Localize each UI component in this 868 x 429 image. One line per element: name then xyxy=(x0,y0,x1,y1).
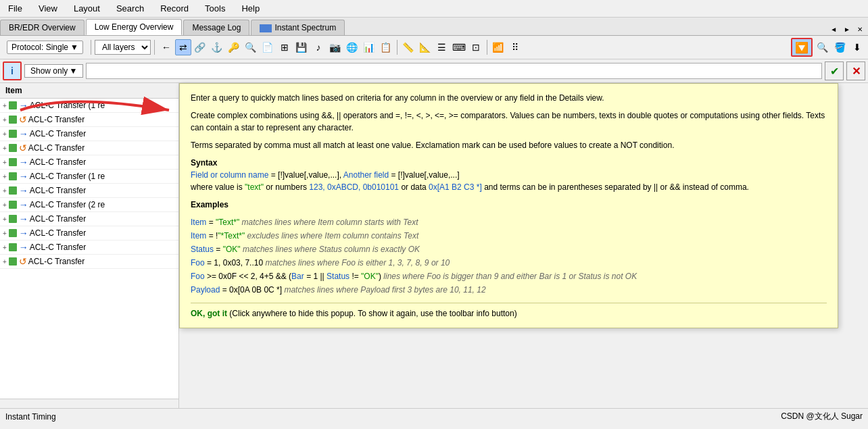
filter-icon-btn[interactable]: 🔽 xyxy=(791,38,813,57)
menu-layout[interactable]: Layout xyxy=(71,2,103,15)
text-val: "text" xyxy=(245,182,264,192)
paint-btn[interactable]: 🪣 xyxy=(831,39,848,55)
protocol-label: Protocol: Single xyxy=(11,43,68,52)
filter-input[interactable] xyxy=(86,63,822,79)
row-text: ACL-C Transfer (1 re xyxy=(30,172,105,181)
list-item[interactable]: + → ACL-C Transfer xyxy=(0,155,178,170)
menu-file[interactable]: File xyxy=(5,2,25,15)
ruler-btn[interactable]: 📏 xyxy=(400,39,416,55)
protocol-dropdown[interactable]: Protocol: Single ▼ xyxy=(7,41,83,54)
examples-block: Examples Item = "Text*" matches lines wh… xyxy=(191,199,827,296)
arrow-icon: → xyxy=(19,171,28,182)
lock-icon xyxy=(9,229,17,237)
ok-got-it-link[interactable]: OK, got it xyxy=(191,309,227,318)
syntax-eq: = [!]value[,value,...], xyxy=(268,170,343,180)
keyboard-btn[interactable]: ⊡ xyxy=(468,39,484,55)
expand-icon: + xyxy=(3,216,7,223)
dots-btn[interactable]: ⠿ xyxy=(507,39,523,55)
tab-next[interactable]: ► xyxy=(841,25,853,34)
layers-select[interactable]: All layers xyxy=(95,40,151,55)
tab-messagelog[interactable]: Message Log xyxy=(183,20,249,35)
tooltip-popup[interactable]: Enter a query to quickly match lines bas… xyxy=(179,83,838,328)
list-header: Item xyxy=(0,83,178,99)
sep3 xyxy=(397,40,397,55)
grid-btn[interactable]: ⊞ xyxy=(276,39,293,55)
tab-bredr[interactable]: BR/EDR Overview xyxy=(0,20,85,35)
expand-icon: + xyxy=(3,201,7,209)
info-button[interactable]: i xyxy=(3,61,22,80)
expand-icon: + xyxy=(3,244,7,251)
link-btn[interactable]: 🔗 xyxy=(192,39,208,55)
examples-header: Examples xyxy=(191,199,827,211)
list-item[interactable]: + → ACL-C Transfer (1 re xyxy=(0,170,178,184)
tooltip-footer[interactable]: OK, got it (Click anywhere to hide this … xyxy=(191,303,827,320)
copy-btn[interactable]: 📋 xyxy=(378,39,394,55)
search-btn[interactable]: 🔍 xyxy=(243,39,259,55)
lock-icon xyxy=(9,116,17,124)
row-text: ACL-C Transfer xyxy=(30,214,86,224)
save-btn[interactable]: 💾 xyxy=(293,39,310,55)
menu-record[interactable]: Record xyxy=(158,2,191,15)
menu-help[interactable]: Help xyxy=(239,2,262,15)
sync-btn[interactable]: ⇄ xyxy=(175,39,191,55)
list-item[interactable]: + ↺ ACL-C Transfer xyxy=(0,141,178,155)
horizontal-scrollbar[interactable] xyxy=(0,399,178,408)
show-only-label: Show only xyxy=(30,66,68,76)
list-item[interactable]: + → ACL-C Transfer xyxy=(0,212,178,226)
syntax-line2: where value is "text" or numbers 123, 0x… xyxy=(191,182,749,192)
download-btn[interactable]: ⬇ xyxy=(849,39,865,55)
row-text: ACL-C Transfer (2 re xyxy=(30,200,105,209)
anchor-btn[interactable]: ⚓ xyxy=(209,39,225,55)
expand-icon: + xyxy=(3,130,7,138)
arrow-icon: ↺ xyxy=(19,114,27,125)
wifi-btn[interactable]: 📶 xyxy=(490,39,506,55)
lock-icon xyxy=(9,144,17,152)
globe-btn[interactable]: 🌐 xyxy=(344,39,360,55)
lock-icon xyxy=(9,172,17,180)
lock-icon xyxy=(9,101,17,109)
key-btn[interactable]: 🔑 xyxy=(226,39,242,55)
back-btn[interactable]: ← xyxy=(158,39,174,55)
chart-btn[interactable]: 📊 xyxy=(361,39,377,55)
protocol-arrow-icon: ▼ xyxy=(70,43,78,52)
tab-prev[interactable]: ◄ xyxy=(827,25,840,34)
lock-icon xyxy=(9,130,17,138)
lock-icon xyxy=(9,158,17,166)
tooltip-syntax: Syntax Field or column name = [!]value[,… xyxy=(191,157,827,193)
filterbar: i Show only ▼ ✔ ✕ xyxy=(0,59,868,83)
row-text: ACL-C Transfer xyxy=(28,257,85,266)
measure-btn[interactable]: 📐 xyxy=(417,39,433,55)
list-item[interactable]: + ↺ ACL-C Transfer xyxy=(0,113,178,127)
sep1 xyxy=(91,40,91,55)
main-area: Item + → ACL-C Transfer (1 re + ↺ ACL-C … xyxy=(0,83,868,408)
list-item[interactable]: + ↺ ACL-C Transfer xyxy=(0,255,178,269)
show-only-button[interactable]: Show only ▼ xyxy=(24,64,83,78)
tab-close[interactable]: ✕ xyxy=(854,25,865,34)
filter-ok-button[interactable]: ✔ xyxy=(825,61,844,80)
tooltip-para1: Enter a query to quickly match lines bas… xyxy=(191,92,827,104)
row-text: ACL-C Transfer xyxy=(28,143,85,153)
show-only-arrow-icon: ▼ xyxy=(69,66,77,76)
expand-icon: + xyxy=(3,116,7,124)
list-item[interactable]: + → ACL-C Transfer xyxy=(0,127,178,141)
menu-search[interactable]: Search xyxy=(114,2,147,15)
list-item[interactable]: + → ACL-C Transfer xyxy=(0,226,178,241)
music-btn[interactable]: ♪ xyxy=(310,39,327,55)
list-item[interactable]: + → ACL-C Transfer xyxy=(0,184,178,198)
row-text: ACL-C Transfer xyxy=(28,115,85,124)
filter-cancel-button[interactable]: ✕ xyxy=(846,61,865,80)
expand-icon: + xyxy=(3,159,7,166)
tab-instantspectrum[interactable]: Instant Spectrum xyxy=(251,20,345,35)
row-text: ACL-C Transfer xyxy=(30,243,86,252)
menu-tools[interactable]: Tools xyxy=(202,2,228,15)
list-item[interactable]: + → ACL-C Transfer (2 re xyxy=(0,198,178,212)
search-right-btn[interactable]: 🔍 xyxy=(814,39,830,55)
list-item[interactable]: + → ACL-C Transfer (1 re xyxy=(0,99,178,113)
video-btn[interactable]: 📷 xyxy=(327,39,343,55)
list-btn[interactable]: ☰ xyxy=(434,39,450,55)
list-item[interactable]: + → ACL-C Transfer xyxy=(0,241,178,255)
tab-lowenergy[interactable]: Low Energy Overview xyxy=(86,19,183,35)
page-btn[interactable]: 📄 xyxy=(260,39,276,55)
menu-view[interactable]: View xyxy=(36,2,60,15)
flow-btn[interactable]: ⌨ xyxy=(451,39,467,55)
